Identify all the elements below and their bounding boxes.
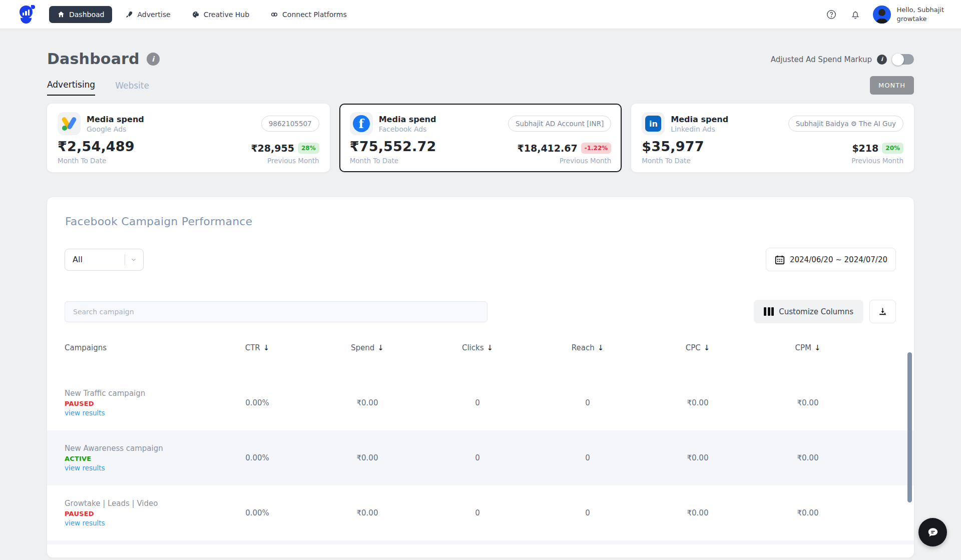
- prev-value: $218: [852, 143, 878, 154]
- page-title: Dashboard: [47, 50, 140, 68]
- link-icon: [270, 11, 278, 19]
- nav-item-label: Connect Platforms: [282, 11, 347, 19]
- mtd-label: Month To Date: [350, 157, 436, 165]
- reach-value: 0: [533, 453, 643, 462]
- view-results-link[interactable]: view results: [65, 464, 105, 472]
- table-row: New Awareness campaign ACTIVE view resul…: [47, 430, 914, 485]
- cpm-value: ₹0.00: [753, 398, 863, 407]
- card-title: Media spend: [379, 115, 436, 124]
- growtake-logo-icon[interactable]: [19, 6, 34, 24]
- question-icon: [826, 9, 837, 20]
- nav-item-advertise[interactable]: Advertise: [117, 6, 178, 23]
- table-header-row: Campaigns CTR↓ Spend↓ Clicks↓ Reach↓ CPC…: [47, 343, 914, 375]
- nav-item-label: Creative Hub: [204, 11, 249, 19]
- tab-advertising[interactable]: Advertising: [47, 80, 95, 96]
- spend-value: ₹0.00: [312, 398, 422, 407]
- ctr-value: 0.00%: [202, 398, 312, 407]
- prev-value: ₹18,412.67: [518, 143, 578, 154]
- mtd-label: Month To Date: [58, 157, 135, 165]
- change-badge: 20%: [882, 143, 903, 154]
- card-google-ads[interactable]: Media spend Google Ads 9862105507 ₹2,54,…: [47, 104, 330, 172]
- top-navbar: Dashboad Advertise Creative Hub Connect …: [0, 0, 961, 29]
- tab-website[interactable]: Website: [115, 81, 149, 96]
- date-range-picker[interactable]: 2024/06/20 ~ 2024/07/20: [766, 248, 896, 271]
- status-badge: PAUSED: [65, 400, 202, 407]
- view-results-link[interactable]: view results: [65, 409, 105, 417]
- cpc-value: ₹0.00: [643, 398, 753, 407]
- sort-icon[interactable]: ↓: [487, 343, 493, 352]
- col-clicks[interactable]: Clicks↓: [422, 343, 533, 352]
- chat-fab-button[interactable]: [918, 518, 947, 546]
- campaign-name: New Traffic campaign: [65, 389, 202, 398]
- next-row-edge: [47, 540, 914, 544]
- clicks-value: 0: [422, 398, 533, 407]
- card-title: Media spend: [671, 115, 728, 124]
- prev-label: Previous Month: [251, 157, 319, 165]
- search-campaign-input[interactable]: [65, 301, 488, 322]
- user-avatar[interactable]: [873, 6, 891, 24]
- markup-info-icon[interactable]: i: [877, 55, 887, 65]
- nav-item-creative-hub[interactable]: Creative Hub: [184, 6, 257, 23]
- card-title: Media spend: [87, 115, 144, 124]
- sort-icon[interactable]: ↓: [814, 343, 821, 352]
- adjusted-markup-control: Adjusted Ad Spend Markup i: [771, 54, 914, 65]
- sort-icon[interactable]: ↓: [263, 343, 270, 352]
- panel-title: Facebook Campaign Performance: [47, 197, 914, 228]
- prev-label: Previous Month: [518, 157, 612, 165]
- cpm-value: ₹0.00: [753, 508, 863, 517]
- change-badge: -1.22%: [581, 143, 612, 154]
- calendar-icon: [774, 254, 785, 265]
- card-platform: Linkedin Ads: [671, 125, 728, 133]
- card-linkedin-ads[interactable]: in Media spend Linkedin Ads Subhajit Bai…: [631, 104, 914, 172]
- greeting-line1: Hello, Subhajit: [897, 6, 944, 15]
- google-account-pill[interactable]: 9862105507: [261, 116, 319, 132]
- cpm-value: ₹0.00: [753, 453, 863, 462]
- facebook-campaign-panel: Facebook Campaign Performance All 2024/0…: [47, 197, 914, 557]
- chevron-down-icon: [130, 256, 137, 263]
- help-button[interactable]: [825, 8, 838, 21]
- linkedin-account-pill[interactable]: Subhajit Baidya ⚙ The AI Guy: [788, 116, 903, 132]
- cpc-value: ₹0.00: [643, 508, 753, 517]
- reach-value: 0: [533, 398, 643, 407]
- clicks-value: 0: [422, 453, 533, 462]
- topbar-right: Hello, Subhajit growtake: [825, 6, 944, 24]
- ctr-value: 0.00%: [202, 508, 312, 517]
- col-cpc[interactable]: CPC↓: [643, 343, 753, 352]
- col-campaigns: Campaigns: [65, 343, 202, 352]
- nav-item-connect-platforms[interactable]: Connect Platforms: [262, 6, 355, 23]
- customize-columns-label: Customize Columns: [779, 307, 853, 316]
- facebook-account-pill[interactable]: Subhajit AD Account [INR]: [508, 116, 611, 132]
- columns-icon: [764, 307, 774, 316]
- view-results-link[interactable]: view results: [65, 519, 105, 527]
- card-facebook-ads[interactable]: f Media spend Facebook Ads Subhajit AD A…: [339, 104, 622, 172]
- campaign-table: Campaigns CTR↓ Spend↓ Clicks↓ Reach↓ CPC…: [47, 343, 914, 544]
- nav-item-dashboard[interactable]: Dashboad: [49, 6, 112, 23]
- sort-icon[interactable]: ↓: [598, 343, 604, 352]
- col-cpm[interactable]: CPM↓: [753, 343, 863, 352]
- adjusted-markup-toggle[interactable]: [892, 54, 914, 65]
- customize-columns-button[interactable]: Customize Columns: [754, 300, 863, 323]
- table-row: Growtake | Leads | Video PAUSED view res…: [47, 485, 914, 540]
- sort-icon[interactable]: ↓: [704, 343, 710, 352]
- download-button[interactable]: [869, 300, 896, 323]
- notifications-button[interactable]: [849, 8, 862, 21]
- reach-value: 0: [533, 508, 643, 517]
- table-scrollbar[interactable]: [907, 352, 912, 502]
- prev-label: Previous Month: [851, 157, 903, 165]
- dashboard-info-icon[interactable]: i: [147, 53, 160, 66]
- tabs-row: Advertising Website MONTH: [47, 80, 914, 96]
- col-ctr[interactable]: CTR↓: [202, 343, 312, 352]
- campaign-name: Growtake | Leads | Video: [65, 499, 202, 508]
- adjusted-markup-label: Adjusted Ad Spend Markup: [771, 55, 872, 64]
- period-month-button[interactable]: MONTH: [870, 76, 914, 95]
- ctr-value: 0.00%: [202, 453, 312, 462]
- clicks-value: 0: [422, 508, 533, 517]
- mtd-value: $35,977: [642, 139, 704, 154]
- col-reach[interactable]: Reach↓: [533, 343, 643, 352]
- campaign-filter-select[interactable]: All: [65, 249, 144, 271]
- nav-item-label: Advertise: [137, 11, 170, 19]
- col-spend[interactable]: Spend↓: [312, 343, 422, 352]
- spend-value: ₹0.00: [312, 453, 422, 462]
- cpc-value: ₹0.00: [643, 453, 753, 462]
- sort-icon[interactable]: ↓: [377, 343, 384, 352]
